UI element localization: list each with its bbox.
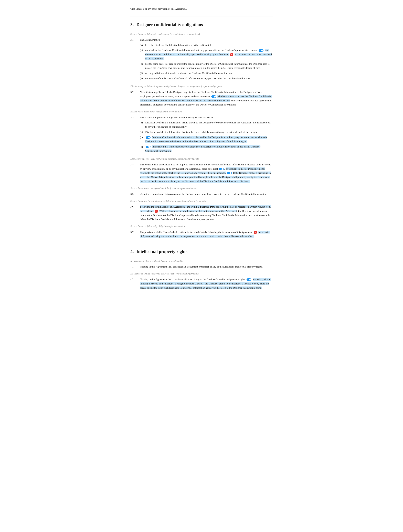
- clause-3-4: 3.4 The restrictions in this Clause 3 do…: [130, 163, 273, 184]
- section4-title: 4. Intellectual property rights: [130, 248, 273, 255]
- item-text: not disclose the Disclosor Confidential …: [145, 48, 273, 61]
- or-badge-3-6: or: [155, 210, 158, 213]
- clause-3-2: 3.2 Notwithstanding Clause 3.1, the Desi…: [130, 90, 273, 107]
- toggle-3-3-c[interactable]: [146, 136, 151, 139]
- heading-3-5: Second Party to stop using confidential …: [130, 187, 273, 190]
- item-label: (a): [140, 43, 144, 47]
- section3-number: 3.: [130, 21, 134, 28]
- clause-3-1-list: (a) keep the Disclosor Confidential Info…: [140, 43, 273, 81]
- highlighted-3-6-alt: Within 5 Business Days following the dat…: [159, 210, 237, 212]
- toggle-3-4-a[interactable]: [219, 168, 224, 170]
- intro-text: with Clause 6 or any other provision of …: [130, 7, 273, 11]
- highlighted-3-3-d: information that is independently develo…: [145, 145, 260, 152]
- highlighted-4-2: save that, without limiting the scope of…: [140, 278, 271, 289]
- clause-3-5: 3.5 Upon the termination of this Agreeme…: [130, 192, 273, 196]
- clause-3-6-content: Following the termination of this Agreem…: [140, 205, 273, 222]
- heading-3-6: Second Party to return or destroy confid…: [130, 199, 273, 203]
- clause-4-1-number: 4.1: [130, 265, 137, 269]
- item-label: (c): [140, 62, 144, 70]
- toggle-3-4-b[interactable]: [227, 172, 232, 174]
- item-label: (a): [140, 120, 144, 129]
- list-item: (c) use the same degree of care to prote…: [140, 62, 273, 70]
- or-badge-3-7: or: [254, 231, 257, 234]
- toggle-3-2[interactable]: [211, 95, 216, 98]
- item-text: not use any of the Disclosor Confidentia…: [145, 76, 251, 81]
- list-item: (b) Disclosor Confidential Information t…: [140, 130, 273, 134]
- clause-3-5-content: Upon the termination of this Agreement, …: [140, 192, 273, 196]
- list-item: (d) information that is independently de…: [140, 145, 273, 153]
- heading-3-7: Second Party confidentiality obligations…: [130, 225, 273, 228]
- item-text: information that is independently develo…: [145, 145, 273, 153]
- item-text: act in good faith at all times in relati…: [145, 71, 233, 75]
- clause-3-6: 3.6 Following the termination of this Ag…: [130, 205, 273, 222]
- clause-3-4-content: The restrictions in this Clause 3 do not…: [140, 163, 273, 184]
- toggle-4-2[interactable]: [246, 278, 251, 281]
- toggle-b[interactable]: [259, 49, 264, 52]
- or-badge-b: or: [230, 53, 233, 56]
- clause-4-1-content: Nothing in this Agreement shall constitu…: [140, 265, 273, 269]
- list-item: (a) Disclosor Confidential Information t…: [140, 120, 273, 129]
- clause-3-7: 3.7 The provisions of this Clause 3 shal…: [130, 230, 273, 239]
- section3-heading: Designer confidentiality obligations: [137, 21, 203, 28]
- item-text: Disclosor Confidential Information that …: [145, 130, 259, 134]
- clause-3-2-number: 3.2: [130, 90, 137, 107]
- list-item: (b) not disclose the Disclosor Confident…: [140, 48, 273, 61]
- clause-4-2: 4.2 Nothing in this Agreement shall cons…: [130, 277, 273, 290]
- heading-3-1: Second Party confidentiality undertaking…: [130, 32, 273, 36]
- clause-3-3-number: 3.3: [130, 115, 137, 154]
- item-label: (e): [140, 76, 144, 81]
- clause-3-2-content: Notwithstanding Clause 3.1, the Designer…: [140, 90, 273, 107]
- list-item: (d) act in good faith at all times in re…: [140, 71, 273, 75]
- list-item: (e) not use any of the Disclosor Confide…: [140, 76, 273, 81]
- list-item: (c) Disclosor Confidential Information t…: [140, 135, 273, 144]
- toggle-3-3-d[interactable]: [146, 146, 151, 148]
- heading-3-2: Disclosure of confidential information b…: [130, 85, 273, 88]
- clause-3-1-content: The Designer must: (a) keep the Discloso…: [140, 38, 273, 82]
- clause-3-7-number: 3.7: [130, 230, 137, 239]
- section3-title: 3. Designer confidentiality obligations: [130, 21, 273, 28]
- clause-3-3: 3.3 This Clause 3 imposes no obligations…: [130, 115, 273, 154]
- heading-3-4: Disclosures of First Party confidential …: [130, 157, 273, 161]
- item-label: (d): [140, 145, 144, 153]
- item-label: (b): [140, 130, 144, 134]
- list-item: (a) keep the Disclosor Confidential Info…: [140, 43, 273, 47]
- clause-3-3-list: (a) Disclosor Confidential Information t…: [140, 120, 273, 153]
- section-divider-2: [130, 243, 273, 243]
- item-label: (b): [140, 48, 144, 61]
- item-text: Disclosor Confidential Information that …: [145, 120, 273, 129]
- item-label: (c): [140, 135, 144, 144]
- item-text: Disclosor Confidential Information that …: [145, 135, 273, 144]
- clause-3-4-number: 3.4: [130, 163, 137, 184]
- clause-3-7-content: The provisions of this Clause 3 shall co…: [140, 230, 273, 239]
- clause-3-1: 3.1 The Designer must: (a) keep the Disc…: [130, 38, 273, 82]
- highlighted-3-3-c: Disclosor Confidential Information that …: [145, 136, 267, 143]
- clause-3-1-intro: The Designer must:: [140, 38, 160, 41]
- item-text: use the same degree of care to protect t…: [145, 62, 273, 70]
- section4-heading: Intellectual property rights: [137, 248, 188, 255]
- section4-number: 4.: [130, 248, 134, 255]
- clause-3-1-number: 3.1: [130, 38, 137, 82]
- highlighted-3-2: who have a need to access the Disclosor …: [140, 95, 272, 102]
- clause-3-5-number: 3.5: [130, 192, 137, 196]
- highlighted-3-7: for a period of 5 years following the te…: [140, 231, 270, 238]
- clause-4-2-content: Nothing in this Agreement shall constitu…: [140, 277, 273, 290]
- heading-4-1: No assignment of first party intellectua…: [130, 259, 273, 263]
- heading-4-2: No licence or limited licence to use Fir…: [130, 272, 273, 276]
- heading-3-3: Exceptions to Second Party confidentiali…: [130, 110, 273, 114]
- clause-4-1: 4.1 Nothing in this Agreement shall cons…: [130, 265, 273, 269]
- clause-3-3-content: This Clause 3 imposes no obligations upo…: [140, 115, 273, 154]
- clause-4-2-number: 4.2: [130, 277, 137, 290]
- item-text: keep the Disclosor Confidential Informat…: [145, 43, 212, 47]
- clause-3-6-number: 3.6: [130, 205, 137, 222]
- item-label: (d): [140, 71, 144, 75]
